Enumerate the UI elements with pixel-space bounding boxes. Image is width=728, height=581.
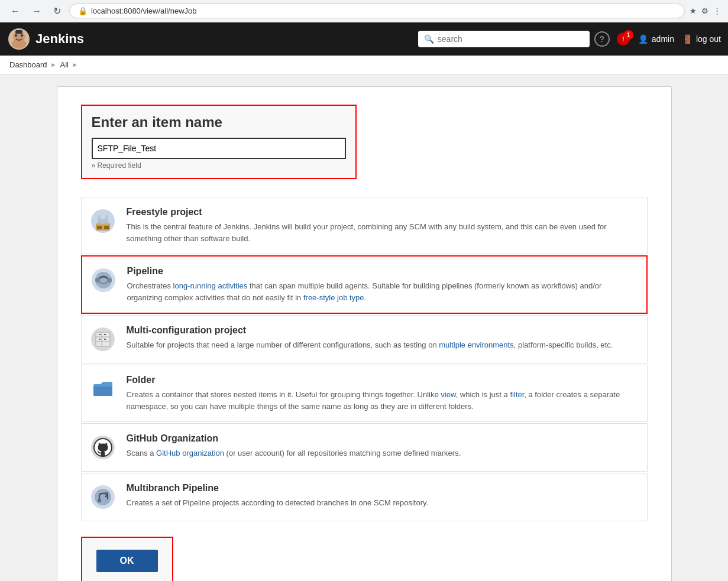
browser-bar: ← → ↻ 🔒 localhost:8080/view/all/newJob ★… xyxy=(0,0,728,22)
multibranch-name: Multibranch Pipeline xyxy=(127,483,640,494)
browser-icons: ★ ⚙ ⋮ xyxy=(690,7,721,15)
job-type-freestyle[interactable]: Freestyle project This is the central fe… xyxy=(81,197,648,254)
main-content: Enter an item name » Required field xyxy=(0,74,728,581)
item-name-input-row xyxy=(92,138,346,159)
job-type-folder[interactable]: Folder Creates a container that stores n… xyxy=(81,365,648,422)
lock-icon: 🔒 xyxy=(78,7,88,15)
item-name-title: Enter an item name xyxy=(92,114,346,131)
item-name-input[interactable] xyxy=(92,138,346,159)
help-icon[interactable]: ? xyxy=(594,31,610,47)
bookmark-icon[interactable]: ★ xyxy=(690,7,697,15)
svg-point-16 xyxy=(107,278,112,283)
breadcrumb: Dashboard ► All ► xyxy=(0,56,728,74)
freestyle-icon xyxy=(89,207,117,235)
breadcrumb-all[interactable]: All xyxy=(60,60,69,69)
svg-rect-9 xyxy=(97,226,102,229)
freestyle-desc: This is the central feature of Jenkins. … xyxy=(127,221,640,244)
freestyle-info: Freestyle project This is the central fe… xyxy=(127,207,640,244)
alert-icon[interactable]: ! 1 xyxy=(617,33,630,46)
pipeline-info: Pipeline Orchestrates long-running activ… xyxy=(127,266,639,303)
breadcrumb-sep-2: ► xyxy=(72,61,78,68)
user-label: admin xyxy=(652,34,674,44)
svg-point-4 xyxy=(21,34,23,37)
folder-icon xyxy=(89,375,117,403)
alert-badge: 1 xyxy=(624,30,633,40)
job-types-list: Freestyle project This is the central fe… xyxy=(81,197,648,521)
user-menu[interactable]: 👤 admin xyxy=(638,34,674,44)
refresh-button[interactable]: ↻ xyxy=(50,4,64,18)
freestyle-name: Freestyle project xyxy=(127,207,640,218)
logout-label: log out xyxy=(696,34,721,44)
job-type-github-org[interactable]: GitHub Organization Scans a GitHub organ… xyxy=(81,423,648,472)
multiconfig-name: Multi-configuration project xyxy=(127,325,640,336)
url-text: localhost:8080/view/all/newJob xyxy=(91,7,197,15)
jenkins-logo-icon xyxy=(7,27,31,51)
forward-button[interactable]: → xyxy=(28,5,45,18)
ok-section: OK xyxy=(81,522,648,581)
svg-point-25 xyxy=(95,489,111,505)
github-org-desc: Scans a GitHub organization (or user acc… xyxy=(127,447,640,459)
svg-point-26 xyxy=(98,499,101,502)
ok-button-container: OK xyxy=(81,537,173,581)
search-input[interactable] xyxy=(438,34,584,44)
pipeline-icon xyxy=(89,266,118,294)
folder-desc: Creates a container that stores nested i… xyxy=(127,389,640,412)
job-type-pipeline[interactable]: Pipeline Orchestrates long-running activ… xyxy=(81,255,648,314)
folder-info: Folder Creates a container that stores n… xyxy=(127,375,640,412)
pipeline-name: Pipeline xyxy=(127,266,639,277)
multiconfig-info: Multi-configuration project Suitable for… xyxy=(127,325,640,351)
required-field-label: » Required field xyxy=(92,161,346,170)
pipeline-desc: Orchestrates long-running activities tha… xyxy=(127,280,639,303)
svg-rect-5 xyxy=(15,30,22,34)
item-name-section: Enter an item name » Required field xyxy=(81,105,357,179)
svg-rect-10 xyxy=(104,226,109,229)
breadcrumb-dashboard[interactable]: Dashboard xyxy=(9,60,47,69)
navbar: Jenkins 🔍 ? ! 1 👤 admin 🚪 log out xyxy=(0,22,728,56)
github-org-icon xyxy=(89,433,117,462)
multiconfig-desc: Suitable for projects that need a large … xyxy=(127,339,640,351)
multiconfig-icon xyxy=(89,325,117,353)
menu-icon[interactable]: ⋮ xyxy=(713,7,721,15)
folder-name: Folder xyxy=(127,375,640,385)
user-icon: 👤 xyxy=(638,34,648,44)
multibranch-info: Multibranch Pipeline Creates a set of Pi… xyxy=(127,483,640,509)
svg-point-15 xyxy=(95,278,100,283)
brand-title: Jenkins xyxy=(35,31,84,47)
github-org-info: GitHub Organization Scans a GitHub organ… xyxy=(127,433,640,459)
svg-point-12 xyxy=(100,213,106,219)
search-bar[interactable]: 🔍 xyxy=(418,31,590,47)
form-container: Enter an item name » Required field xyxy=(57,86,672,581)
job-type-multiconfig[interactable]: Multi-configuration project Suitable for… xyxy=(81,315,648,363)
breadcrumb-sep-1: ► xyxy=(51,61,57,68)
github-org-name: GitHub Organization xyxy=(127,433,640,444)
multibranch-desc: Creates a set of Pipeline projects accor… xyxy=(127,497,640,509)
logout-icon: 🚪 xyxy=(682,34,693,44)
back-button[interactable]: ← xyxy=(7,5,24,18)
ok-button[interactable]: OK xyxy=(96,550,158,572)
extensions-icon[interactable]: ⚙ xyxy=(701,7,708,15)
svg-point-3 xyxy=(15,34,17,37)
job-type-multibranch[interactable]: Multibranch Pipeline Creates a set of Pi… xyxy=(81,473,648,521)
multibranch-icon xyxy=(89,483,117,511)
brand: Jenkins xyxy=(7,27,84,51)
search-icon: 🔍 xyxy=(424,34,434,44)
logout-button[interactable]: 🚪 log out xyxy=(682,34,721,44)
url-bar[interactable]: 🔒 localhost:8080/view/all/newJob xyxy=(69,4,685,18)
svg-rect-18 xyxy=(96,332,110,346)
